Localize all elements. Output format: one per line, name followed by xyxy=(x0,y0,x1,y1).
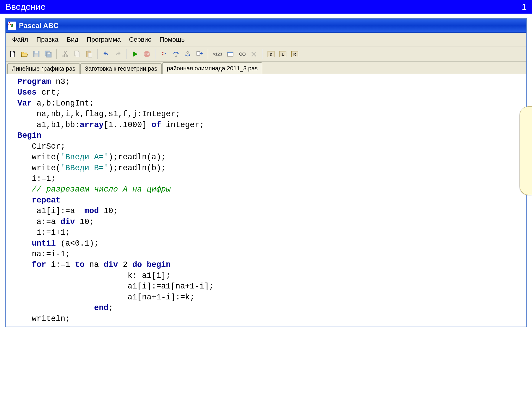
menu-file[interactable]: Файл xyxy=(9,35,32,45)
menu-program[interactable]: Программа xyxy=(83,35,124,45)
code-kw: end xyxy=(94,304,108,312)
tab-file-1[interactable]: Линейные графика.pas xyxy=(7,63,80,74)
code-text: );readln(b); xyxy=(108,164,166,173)
run-to-cursor-icon xyxy=(196,50,203,58)
copy-button[interactable] xyxy=(72,49,82,59)
cut-icon xyxy=(61,50,69,58)
svg-point-8 xyxy=(66,55,68,57)
paste-icon xyxy=(85,50,93,58)
toolbar-separator xyxy=(262,49,263,59)
tab-file-3[interactable]: районная олимпиада 2011_3.pas xyxy=(162,62,262,74)
vd-button[interactable]: D xyxy=(266,49,276,59)
code-text: crt; xyxy=(37,88,61,97)
code-text: integer; xyxy=(161,121,204,129)
side-note-box xyxy=(520,106,532,195)
svg-rect-12 xyxy=(88,51,90,52)
code-text: i:=1 xyxy=(46,260,75,269)
step-out-icon xyxy=(184,50,192,58)
code-text: i:=1; xyxy=(17,174,56,183)
code-text: na:=i-1; xyxy=(17,250,70,259)
code-text xyxy=(17,304,94,312)
tab-file-2[interactable]: Заготовка к геометрии.pas xyxy=(80,63,162,74)
vr-button[interactable]: R xyxy=(289,49,300,59)
svg-point-23 xyxy=(243,53,245,55)
code-text: k:=a1[i]; xyxy=(17,271,171,280)
watch-button[interactable] xyxy=(237,49,247,59)
toolbar-separator xyxy=(208,49,208,59)
new-file-button[interactable] xyxy=(7,49,18,59)
eval-text: >123 xyxy=(213,52,222,56)
code-text: i:=i+1; xyxy=(17,228,70,237)
paste-button[interactable] xyxy=(84,49,94,59)
play-icon xyxy=(131,50,139,58)
glasses-icon xyxy=(238,50,246,58)
step-over-icon xyxy=(160,50,168,58)
app-window: Pascal ABC Файл Правка Вид Программа Сер… xyxy=(5,18,527,327)
svg-text:R: R xyxy=(293,52,296,56)
code-text: a:=a xyxy=(17,218,61,226)
code-kw: repeat xyxy=(17,196,61,205)
tabs-bar: Линейные графика.pas Заготовка к геометр… xyxy=(6,62,526,74)
save-button[interactable] xyxy=(31,49,42,59)
code-text: writeln; xyxy=(17,314,70,323)
cut-button[interactable] xyxy=(60,49,71,59)
menu-view[interactable]: Вид xyxy=(63,35,82,45)
step-into-button[interactable] xyxy=(171,49,181,59)
code-text: na xyxy=(85,260,104,269)
code-kw: for xyxy=(17,260,46,269)
code-text: [1..1000] xyxy=(104,121,152,129)
code-text: 10; xyxy=(99,207,118,215)
menu-help[interactable]: Помощь xyxy=(156,35,188,45)
toolbar-separator xyxy=(155,49,156,59)
undo-icon xyxy=(102,50,110,58)
slide-number: 1 xyxy=(522,2,527,12)
copy-icon xyxy=(73,50,81,58)
code-text: ClrScr; xyxy=(17,142,65,151)
run-to-cursor-button[interactable] xyxy=(194,49,205,59)
step-over-button[interactable] xyxy=(159,49,169,59)
code-kw: Program xyxy=(17,77,51,86)
code-text: a1[na+1-i]:=k; xyxy=(17,293,195,302)
svg-rect-6 xyxy=(48,52,50,54)
slide-title: Введение xyxy=(5,2,46,12)
code-text: na,nb,i,k,flag,s1,f,j:Integer; xyxy=(17,110,180,119)
toolbar-separator xyxy=(56,49,57,59)
code-kw: of xyxy=(152,121,161,129)
open-file-button[interactable] xyxy=(19,49,30,59)
vd-icon: D xyxy=(267,50,275,58)
svg-rect-2 xyxy=(35,51,38,53)
toolbar-separator xyxy=(97,49,98,59)
save-icon xyxy=(33,50,40,58)
vl-icon: L xyxy=(279,50,287,58)
menu-tools[interactable]: Сервис xyxy=(126,35,155,45)
svg-point-17 xyxy=(175,55,177,57)
code-kw: div xyxy=(61,218,75,226)
open-folder-icon xyxy=(21,50,28,58)
vl-button[interactable]: L xyxy=(278,49,288,59)
redo-button[interactable] xyxy=(113,49,123,59)
run-button[interactable] xyxy=(130,49,140,59)
svg-text:D: D xyxy=(270,52,272,56)
menu-edit[interactable]: Правка xyxy=(33,35,62,45)
code-text: write( xyxy=(17,164,61,173)
window-button[interactable] xyxy=(225,49,236,59)
code-text: n3; xyxy=(51,77,70,86)
eval-button[interactable]: >123 xyxy=(211,49,224,59)
code-text: 2 xyxy=(118,260,132,269)
code-editor[interactable]: Program n3; Uses crt; Var a,b:LongInt; n… xyxy=(6,74,526,327)
svg-point-22 xyxy=(239,53,242,55)
svg-point-7 xyxy=(63,55,65,57)
stop-button[interactable]: STOP xyxy=(142,49,152,59)
svg-rect-19 xyxy=(197,51,200,55)
redo-icon xyxy=(114,50,122,58)
delete-button[interactable] xyxy=(249,49,259,59)
window-icon xyxy=(226,50,234,58)
code-text: 10; xyxy=(75,218,94,226)
step-out-button[interactable] xyxy=(182,49,193,59)
save-all-button[interactable] xyxy=(43,49,53,59)
stop-icon: STOP xyxy=(143,50,151,58)
code-text: ; xyxy=(108,304,113,312)
svg-rect-10 xyxy=(76,52,80,57)
delete-icon xyxy=(250,50,258,58)
undo-button[interactable] xyxy=(101,49,111,59)
